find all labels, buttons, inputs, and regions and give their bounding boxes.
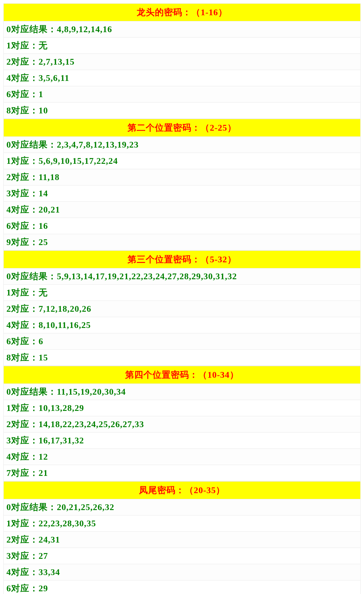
data-row: 4对应：33,34 <box>3 564 361 580</box>
data-row: 4对应：8,10,11,16,25 <box>3 317 361 333</box>
data-row: 2对应：11,18 <box>3 169 361 185</box>
section: 第二个位置密码：（2-25）0对应结果：2,3,4,7,8,12,13,19,2… <box>3 119 361 250</box>
section-header: 第二个位置密码：（2-25） <box>3 119 361 137</box>
section: 第三个位置密码：（5-32）0对应结果：5,9,13,14,17,19,21,2… <box>3 250 361 366</box>
data-row: 4对应：12 <box>3 449 361 465</box>
data-row: 2对应：2,7,13,15 <box>3 54 361 70</box>
data-row: 2对应：7,12,18,20,26 <box>3 301 361 317</box>
data-row: 3对应：16,17,31,32 <box>3 433 361 449</box>
section-header: 第三个位置密码：（5-32） <box>3 250 361 268</box>
data-row: 1对应：无 <box>3 285 361 301</box>
data-row: 3对应：14 <box>3 185 361 202</box>
data-row: 7对应：21 <box>3 465 361 481</box>
data-row: 0对应结果：5,9,13,14,17,19,21,22,23,24,27,28,… <box>3 268 361 285</box>
section-header: 第四个位置密码：（10-34） <box>3 366 361 384</box>
table-container: 龙头的密码：（1-16）0对应结果：4,8,9,12,14,161对应：无2对应… <box>3 3 361 594</box>
section: 第四个位置密码：（10-34）0对应结果：11,15,19,20,30,341对… <box>3 366 361 481</box>
data-row: 6对应：1 <box>3 86 361 103</box>
data-row: 0对应结果：4,8,9,12,14,16 <box>3 21 361 38</box>
data-row: 8对应：15 <box>3 350 361 366</box>
data-row: 4对应：20,21 <box>3 202 361 218</box>
data-row: 9对应：25 <box>3 234 361 250</box>
section: 凤尾密码：（20-35）0对应结果：20,21,25,26,321对应：22,2… <box>3 481 361 594</box>
data-row: 0对应结果：11,15,19,20,30,34 <box>3 384 361 400</box>
data-row: 6对应：29 <box>3 580 361 594</box>
data-row: 1对应：22,23,28,30,35 <box>3 515 361 532</box>
data-row: 1对应：无 <box>3 38 361 54</box>
data-row: 2对应：24,31 <box>3 532 361 548</box>
data-row: 2对应：14,18,22,23,24,25,26,27,33 <box>3 416 361 433</box>
section-header: 龙头的密码：（1-16） <box>3 3 361 21</box>
data-row: 1对应：5,6,9,10,15,17,22,24 <box>3 153 361 169</box>
data-row: 4对应：3,5,6,11 <box>3 70 361 86</box>
data-row: 0对应结果：20,21,25,26,32 <box>3 499 361 515</box>
data-row: 1对应：10,13,28,29 <box>3 400 361 416</box>
data-row: 6对应：6 <box>3 333 361 350</box>
data-row: 8对应：10 <box>3 103 361 119</box>
section-header: 凤尾密码：（20-35） <box>3 481 361 499</box>
data-row: 6对应：16 <box>3 218 361 234</box>
section: 龙头的密码：（1-16）0对应结果：4,8,9,12,14,161对应：无2对应… <box>3 3 361 119</box>
data-row: 0对应结果：2,3,4,7,8,12,13,19,23 <box>3 137 361 153</box>
data-row: 3对应：27 <box>3 548 361 564</box>
